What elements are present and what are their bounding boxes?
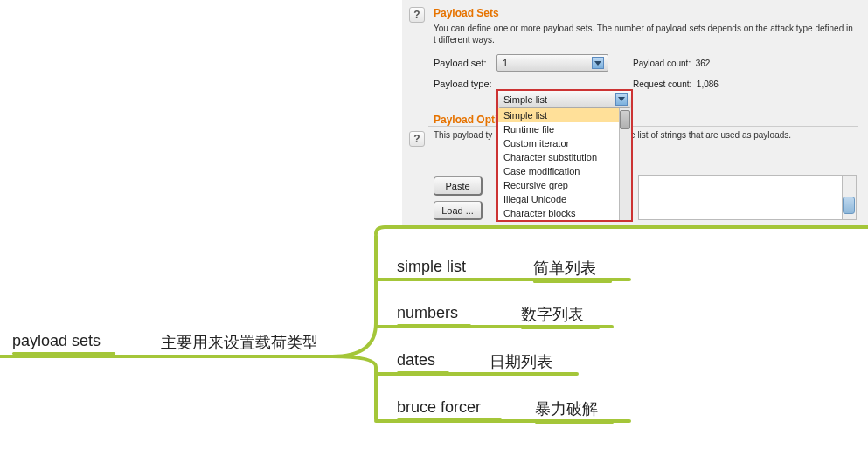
note-desc: 主要用来设置载荷类型 xyxy=(161,332,327,357)
dropdown-item[interactable]: Case modification xyxy=(498,164,631,178)
dropdown-item[interactable]: Custom iterator xyxy=(498,136,631,150)
payload-sets-title: Payload Sets xyxy=(434,7,858,19)
note-simple-list-en: simple list xyxy=(397,258,491,280)
payload-type-value: Simple list xyxy=(503,94,547,105)
payload-count-stat: Payload count: 362 xyxy=(633,59,710,68)
payload-sets-desc: You can define one or more payload sets.… xyxy=(434,23,858,45)
payload-type-combo[interactable]: Simple list xyxy=(498,91,631,108)
dropdown-item[interactable]: Simple list xyxy=(498,108,631,122)
dropdown-item[interactable]: Runtime file xyxy=(498,122,631,136)
note-dates-zh: 日期列表 xyxy=(490,351,568,376)
paste-button[interactable]: Paste xyxy=(434,176,483,196)
payload-set-label: Payload set: xyxy=(434,58,496,68)
scrollbar[interactable] xyxy=(619,108,631,220)
payload-set-combo[interactable]: 1 xyxy=(496,54,608,72)
scrollbar[interactable] xyxy=(842,176,856,219)
dropdown-item[interactable]: Recursive grep xyxy=(498,178,631,192)
note-payload-sets: payload sets xyxy=(12,332,115,355)
note-bruteforcer-en: bruce forcer xyxy=(397,398,502,421)
payload-type-label: Payload type: xyxy=(434,79,496,89)
load-button[interactable]: Load ... xyxy=(434,201,483,220)
scrollbar-thumb[interactable] xyxy=(843,197,855,214)
chevron-down-icon xyxy=(592,57,604,69)
dropdown-item[interactable]: Character substitution xyxy=(498,150,631,164)
payload-type-dropdown[interactable]: Simple list Simple list Runtime file Cus… xyxy=(496,89,633,222)
dropdown-list[interactable]: Simple list Runtime file Custom iterator… xyxy=(498,108,631,220)
note-simple-list-zh: 简单列表 xyxy=(533,258,612,283)
note-numbers-zh: 数字列表 xyxy=(521,304,600,329)
dropdown-item[interactable]: Character blocks xyxy=(498,206,631,220)
note-numbers-en: numbers xyxy=(397,304,471,327)
request-count-stat: Request count: 1,086 xyxy=(633,79,719,89)
scrollbar-thumb[interactable] xyxy=(620,110,630,129)
note-bruteforcer-zh: 暴力破解 xyxy=(535,398,614,424)
note-dates-en: dates xyxy=(397,351,449,374)
payload-set-value: 1 xyxy=(503,58,508,68)
payload-sets-panel: ? ? Payload Sets You can define one or m… xyxy=(402,0,868,227)
payload-listbox[interactable] xyxy=(638,175,857,220)
dropdown-item[interactable]: Illegal Unicode xyxy=(498,192,631,206)
chevron-down-icon xyxy=(615,93,628,106)
